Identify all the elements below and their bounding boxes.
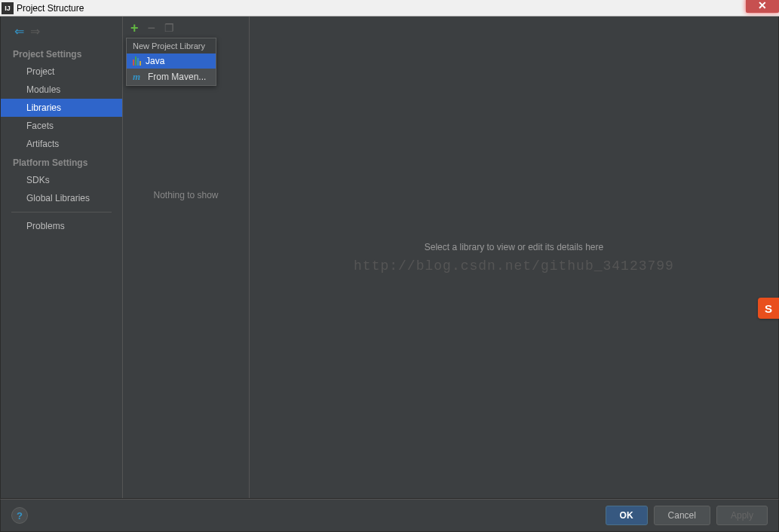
sidebar-item-project[interactable]: Project [1, 63, 122, 81]
forward-arrow-icon[interactable]: ⇒ [30, 24, 40, 38]
apply-button[interactable]: Apply [716, 506, 768, 525]
help-icon[interactable]: ? [11, 507, 28, 524]
footer: ? OK Cancel Apply [0, 499, 779, 532]
cancel-button[interactable]: Cancel [654, 506, 710, 525]
watermark: http://blog.csdn.net/github_34123799 [354, 258, 674, 274]
sidebar-item-global-libraries[interactable]: Global Libraries [1, 189, 122, 207]
java-icon [133, 57, 141, 66]
content-area: ⇐ ⇒ Project Settings Project Modules Lib… [0, 17, 779, 499]
sidebar-item-facets[interactable]: Facets [1, 117, 122, 135]
sidebar-item-problems[interactable]: Problems [1, 217, 122, 235]
section-project-settings: Project Settings [1, 44, 122, 63]
sidebar-item-libraries[interactable]: Libraries [1, 99, 122, 117]
titlebar: IJ Project Structure ✕ [0, 0, 779, 17]
add-icon[interactable]: + [130, 21, 139, 35]
nothing-to-show: Nothing to show [123, 190, 249, 200]
detail-placeholder: Select a library to view or edit its det… [425, 242, 603, 252]
copy-icon: ❐ [164, 22, 174, 34]
back-arrow-icon[interactable]: ⇐ [14, 24, 24, 38]
app-icon: IJ [2, 2, 14, 14]
popup-item-label: Java [146, 56, 164, 66]
maven-icon: m [133, 71, 143, 83]
nav-arrows: ⇐ ⇒ [1, 21, 122, 44]
popup-item-java[interactable]: Java [127, 54, 216, 69]
section-platform-settings: Platform Settings [1, 153, 122, 171]
new-library-popup: New Project Library Java m From Maven... [126, 38, 216, 86]
popup-item-maven[interactable]: m From Maven... [127, 69, 216, 85]
divider [11, 212, 112, 212]
close-button[interactable]: ✕ [746, 0, 779, 13]
popup-header: New Project Library [127, 38, 216, 54]
toolbar: + − ❐ [123, 17, 249, 39]
remove-icon: − [148, 21, 156, 35]
sidebar-item-artifacts[interactable]: Artifacts [1, 135, 122, 153]
sidebar-item-modules[interactable]: Modules [1, 81, 122, 99]
popup-item-label: From Maven... [148, 72, 206, 82]
ime-badge[interactable]: S [758, 298, 779, 319]
sidebar-item-sdks[interactable]: SDKs [1, 171, 122, 189]
detail-panel: Select a library to view or edit its det… [250, 17, 778, 498]
library-list-panel: + − ❐ New Project Library Java m From Ma… [123, 17, 250, 498]
ok-button[interactable]: OK [606, 506, 648, 525]
sidebar: ⇐ ⇒ Project Settings Project Modules Lib… [1, 17, 123, 498]
window-title: Project Structure [17, 3, 84, 14]
